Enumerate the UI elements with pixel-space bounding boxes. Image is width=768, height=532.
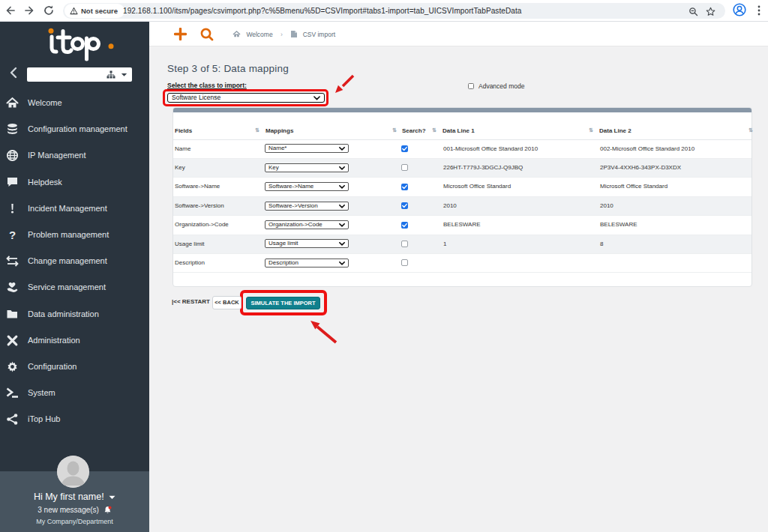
svg-text:?: ?	[9, 229, 16, 241]
